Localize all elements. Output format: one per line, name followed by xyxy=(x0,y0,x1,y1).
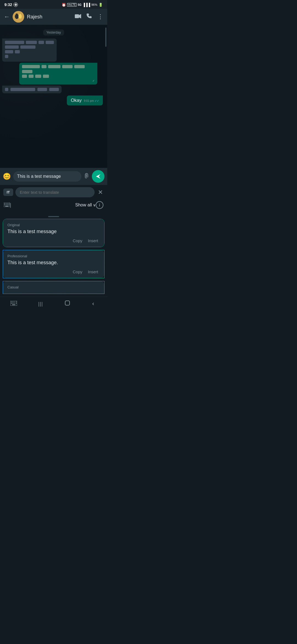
redact xyxy=(22,65,40,68)
redacted-4 xyxy=(5,55,54,58)
keyboard-toolbar: | Show all ∨ i xyxy=(0,200,107,212)
more-options-icon[interactable]: ⋮ xyxy=(97,13,103,20)
phone-icon[interactable] xyxy=(86,13,92,21)
drag-bar-indicator xyxy=(48,216,59,217)
svg-rect-21 xyxy=(16,302,16,302)
status-icons: ⏰ VoLTE 5G ▐▐▐ 96% 🔋 xyxy=(62,3,103,7)
redacted-3 xyxy=(5,50,54,53)
svg-rect-22 xyxy=(11,303,12,304)
message-ticks: ✓✓ xyxy=(95,99,99,102)
nav-back-icon[interactable]: ⌄ xyxy=(91,301,98,306)
date-badge: Yesterday xyxy=(2,30,105,35)
professional-card-inner: Professional This is a test message. Cop… xyxy=(3,250,104,278)
original-insert-button[interactable]: Insert xyxy=(86,237,100,244)
redact xyxy=(15,50,20,53)
original-label: Original xyxy=(7,223,100,227)
translate-input[interactable] xyxy=(15,187,95,197)
redact xyxy=(43,75,49,78)
svg-rect-9 xyxy=(6,203,7,204)
svg-rect-19 xyxy=(12,302,13,302)
avatar-image xyxy=(13,11,24,23)
svg-rect-12 xyxy=(4,204,5,205)
redacted-1 xyxy=(5,41,54,44)
redact xyxy=(22,75,27,78)
svg-point-3 xyxy=(16,13,18,16)
chat-header: ← Rajesh ⋮ xyxy=(0,9,107,25)
professional-actions: Copy Insert xyxy=(7,268,100,275)
redact xyxy=(5,55,8,58)
professional-text: This is a test message. xyxy=(7,260,100,266)
professional-card: Professional This is a test message. Cop… xyxy=(3,250,105,278)
professional-label: Professional xyxy=(7,254,100,258)
message-received-1 xyxy=(2,39,105,62)
status-time: 9:32 ⊕ xyxy=(4,2,18,7)
translate-bar: IT ✕ xyxy=(0,185,107,200)
message-input[interactable] xyxy=(13,171,81,182)
svg-rect-20 xyxy=(14,302,15,302)
casual-card: Casual xyxy=(3,281,105,294)
redacted-6 xyxy=(22,75,95,78)
message-sent-1: ✓ xyxy=(2,63,97,84)
redact xyxy=(22,70,32,73)
redact xyxy=(35,75,41,78)
bubble-received-1 xyxy=(2,39,57,62)
contact-name[interactable]: Rajesh xyxy=(27,14,72,20)
sent-tick: ✓ xyxy=(22,79,95,82)
svg-rect-14 xyxy=(7,204,8,205)
redact xyxy=(48,65,61,68)
keyboard-icon[interactable] xyxy=(4,202,10,208)
message-okay: Okay 9:01 pm ✓✓ xyxy=(2,95,103,105)
svg-point-4 xyxy=(19,14,21,16)
okay-text: Okay xyxy=(71,98,82,103)
battery-icon: 🔋 xyxy=(98,3,103,7)
close-translate-button[interactable]: ✕ xyxy=(97,188,104,197)
header-actions: ⋮ xyxy=(75,13,103,21)
original-copy-button[interactable]: Copy xyxy=(71,237,84,244)
svg-rect-24 xyxy=(14,303,15,304)
chevron-down-icon: ∨ xyxy=(93,203,96,207)
svg-rect-10 xyxy=(7,203,8,204)
chat-area: Yesterday xyxy=(0,25,107,168)
professional-insert-button[interactable]: Insert xyxy=(86,268,100,275)
drag-handle[interactable] xyxy=(0,212,107,219)
language-badge: IT xyxy=(3,189,13,196)
redact xyxy=(37,88,47,91)
show-all-button[interactable]: Show all ∨ xyxy=(75,203,96,208)
svg-rect-23 xyxy=(12,303,13,304)
nav-keyboard-icon[interactable] xyxy=(10,300,17,307)
casual-label: Casual xyxy=(7,285,100,289)
redact xyxy=(74,65,85,68)
show-all-label: Show all xyxy=(75,203,92,208)
svg-rect-26 xyxy=(12,304,15,305)
redact xyxy=(38,41,44,44)
back-button[interactable]: ← xyxy=(4,13,10,20)
redact xyxy=(42,65,46,68)
avatar[interactable] xyxy=(13,11,24,23)
battery-indicator: 96% xyxy=(91,3,97,6)
info-icon[interactable]: i xyxy=(96,201,103,209)
svg-marker-6 xyxy=(79,14,81,18)
bottom-nav: ||| ⌄ xyxy=(0,297,107,312)
scrollbar[interactable] xyxy=(105,28,106,47)
video-call-icon[interactable] xyxy=(75,14,81,20)
emoji-button[interactable]: 😊 xyxy=(3,173,11,180)
svg-rect-27 xyxy=(65,301,70,305)
redact xyxy=(5,50,13,53)
original-card: Original This is a test message Copy Ins… xyxy=(3,219,105,247)
redact xyxy=(26,41,37,44)
status-bar: 9:32 ⊕ ⏰ VoLTE 5G ▐▐▐ 96% 🔋 xyxy=(0,0,107,9)
redact xyxy=(29,75,34,78)
bubble-received-2 xyxy=(2,86,62,93)
network-badge: 5G xyxy=(78,3,81,6)
attachment-button[interactable] xyxy=(84,173,90,180)
redact xyxy=(46,41,54,44)
svg-rect-16 xyxy=(5,206,9,207)
send-button[interactable] xyxy=(92,170,105,183)
alarm-icon: ⏰ xyxy=(62,3,66,7)
nav-recent-icon[interactable]: ||| xyxy=(38,301,43,307)
redact xyxy=(62,65,73,68)
bubble-okay: Okay 9:01 pm ✓✓ xyxy=(67,95,103,105)
signal-type: VoLTE xyxy=(67,3,77,7)
professional-copy-button[interactable]: Copy xyxy=(71,268,84,275)
nav-home-icon[interactable] xyxy=(64,300,71,308)
